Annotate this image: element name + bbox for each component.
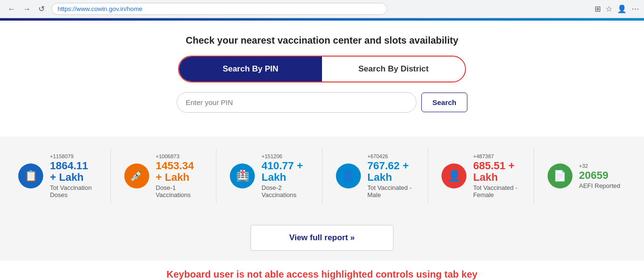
pin-input[interactable] [177, 92, 417, 113]
stat-value: 1864.11 + Lakh [50, 160, 97, 183]
stat-label: AEFI Reported [579, 182, 620, 189]
stats-section: 📋+11580791864.11 + LakhTot Vaccination D… [0, 137, 644, 215]
stat-icon: 🏥 [230, 163, 255, 188]
stat-label: Dose-1 Vaccinations [156, 184, 203, 198]
stat-label: Tot Vaccinated - Female [473, 184, 520, 198]
stat-value: 767.62 + Lakh [368, 160, 415, 183]
stat-value: 410.77 + Lakh [262, 160, 309, 183]
bookmark-icon[interactable]: ☆ [606, 4, 612, 13]
search-by-district-button[interactable]: Search By District [322, 57, 465, 82]
stat-text: +151206410.77 + LakhDose-2 Vaccinations [262, 153, 309, 198]
stat-card: 💉+10068731453.34 + LakhDose-1 Vaccinatio… [111, 149, 217, 203]
stat-delta: +1006873 [156, 153, 203, 159]
stat-card: 📋+11580791864.11 + LakhTot Vaccination D… [5, 149, 111, 203]
stat-value: 1453.34 + Lakh [156, 160, 203, 183]
a11y-warning-text: Keyboard user is not able access highlig… [9, 269, 635, 280]
browser-chrome: ← → ↺ https://www.cowin.gov.in/home ⊞ ☆ … [0, 0, 644, 18]
search-toggle-wrapper: Search By PIN Search By District [178, 56, 466, 82]
stat-text: +3220659AEFI Reported [579, 163, 620, 189]
stat-text: +10068731453.34 + LakhDose-1 Vaccination… [156, 153, 203, 198]
stat-icon: 👤 [336, 163, 361, 188]
stat-card: 👤+487387685.51 + LakhTot Vaccinated - Fe… [428, 149, 534, 203]
browser-icons: ⊞ ☆ 👤 ⋯ [595, 4, 639, 13]
stat-card: 👤+670426767.62 + LakhTot Vaccinated - Ma… [322, 149, 429, 203]
a11y-warning: Keyboard user is not able access highlig… [0, 260, 644, 280]
stat-icon: 👤 [441, 163, 466, 188]
stat-value: 685.51 + Lakh [473, 160, 520, 183]
stat-text: +487387685.51 + LakhTot Vaccinated - Fem… [473, 153, 520, 198]
stat-value: 20659 [579, 170, 620, 181]
extensions-icon[interactable]: ⊞ [595, 4, 601, 13]
back-button[interactable]: ← [5, 3, 18, 14]
stat-text: +670426767.62 + LakhTot Vaccinated - Mal… [368, 153, 415, 198]
report-section: View full report » [0, 215, 644, 260]
stat-icon: 📄 [548, 163, 572, 188]
stat-delta: +487387 [473, 153, 520, 159]
search-by-pin-button[interactable]: Search By PIN [179, 57, 322, 82]
pin-search-area: Search [10, 92, 634, 113]
stat-delta: +32 [579, 163, 620, 169]
stat-text: +11580791864.11 + LakhTot Vaccination Do… [50, 153, 97, 198]
nav-buttons: ← → ↺ [5, 3, 48, 14]
stat-icon: 📋 [18, 163, 43, 188]
stat-label: Dose-2 Vaccinations [262, 184, 309, 198]
stat-delta: +670426 [368, 153, 415, 159]
stat-card: 🏥+151206410.77 + LakhDose-2 Vaccinations [216, 149, 322, 203]
stat-label: Tot Vaccinated - Male [368, 184, 415, 198]
stat-card: 📄+3220659AEFI Reported [534, 149, 640, 203]
page-title: Check your nearest vaccination center an… [10, 35, 634, 46]
search-button[interactable]: Search [421, 93, 467, 112]
reload-button[interactable]: ↺ [36, 3, 48, 14]
main-content: Check your nearest vaccination center an… [0, 21, 644, 137]
stat-icon: 💉 [124, 163, 149, 188]
stat-label: Tot Vaccination Doses [50, 184, 97, 198]
address-bar[interactable]: https://www.cowin.gov.in/home [51, 3, 387, 15]
profile-icon[interactable]: 👤 [617, 4, 627, 13]
stat-delta: +1158079 [50, 153, 97, 159]
stat-delta: +151206 [262, 153, 309, 159]
view-full-report-button[interactable]: View full report » [250, 225, 394, 251]
forward-button[interactable]: → [20, 3, 34, 14]
menu-icon[interactable]: ⋯ [632, 4, 639, 13]
